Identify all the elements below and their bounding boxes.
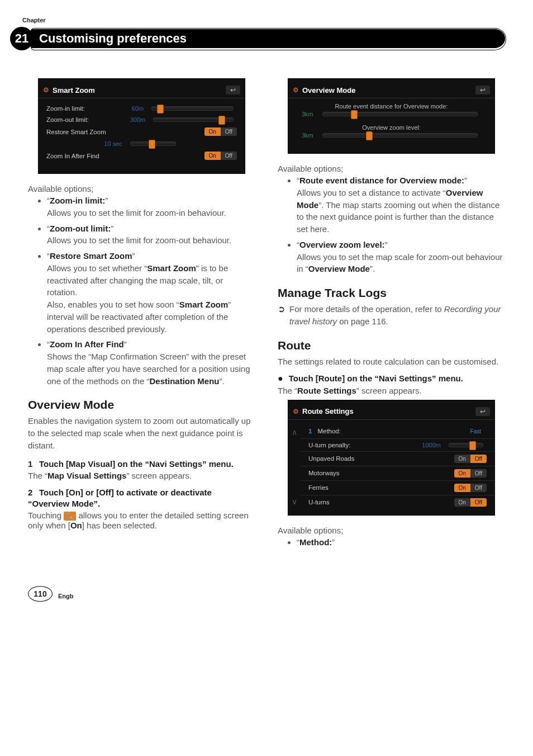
- after-find-toggle[interactable]: On Off: [204, 152, 237, 160]
- toggle-off[interactable]: Off: [470, 484, 487, 492]
- route-step-text: Touch [Route] on the “Navi Settings” men…: [289, 373, 463, 384]
- after-find-desc-bold: Destination Menu: [149, 376, 219, 386]
- bullet-dot-icon: ●: [278, 373, 283, 384]
- after-find-label: Zoom In After Find: [46, 153, 200, 159]
- zoom-out-term: Zoom-out limit:: [50, 224, 111, 233]
- route-row[interactable]: U-turnsOnOff: [301, 495, 494, 509]
- restore-desc-b: Also, enables you to set how soon “: [47, 300, 179, 309]
- restore-on[interactable]: On: [204, 127, 221, 136]
- route-row-label: Unpaved Roads: [308, 455, 450, 462]
- zoom-out-slider[interactable]: [153, 117, 234, 122]
- route-step: ● Touch [Route] on the “Navi Settings” m…: [278, 373, 505, 384]
- back-icon[interactable]: ↩: [475, 407, 490, 416]
- chevron-up-icon: ∧: [292, 428, 297, 437]
- after-find-row[interactable]: Zoom In After Find On Off: [39, 149, 245, 162]
- toggle-on[interactable]: On: [454, 469, 470, 478]
- step-2-body: Touching 🔧 allows you to enter the detai…: [28, 511, 255, 530]
- toggle-off[interactable]: Off: [470, 498, 487, 507]
- overview-row2-slider[interactable]: [322, 133, 478, 138]
- xref-arrow-icon: ➲: [278, 303, 285, 328]
- restore-desc-a: Allows you to set whether “: [47, 263, 147, 273]
- restore-label: Restore Smart Zoom: [46, 129, 200, 135]
- restore-desc-a-bold: Smart Zoom: [147, 263, 196, 273]
- zoom-out-desc: Allows you to set the limit for zoom-out…: [47, 235, 231, 245]
- overview-mode-intro: Enables the navigation system to zoom ou…: [28, 415, 255, 451]
- route-row[interactable]: U-turn penalty:1000m: [301, 439, 494, 452]
- route-event-desc-b: ”. The map starts zooming out when the d…: [297, 200, 499, 234]
- overview-row1[interactable]: 3km: [288, 111, 494, 121]
- interval-row[interactable]: 10 sec: [39, 138, 245, 149]
- route-row-label: U-turn penalty:: [308, 442, 417, 448]
- list-item: “Zoom In After Find” Shows the “Map Conf…: [47, 338, 255, 387]
- toggle-on[interactable]: On: [454, 484, 470, 492]
- settings-icon: ⚙: [293, 408, 299, 415]
- route-step-result: The “Route Settings” screen appears.: [278, 386, 505, 395]
- step-2-text: Touch [On] or [Off] to activate or deact…: [28, 488, 212, 508]
- route-method-value[interactable]: Fast: [465, 427, 487, 436]
- zoom-out-value: 300m: [130, 116, 146, 123]
- after-find-on[interactable]: On: [204, 152, 221, 160]
- route-row-label: Ferries: [308, 484, 450, 491]
- after-find-desc-end: ”.: [219, 376, 224, 386]
- back-icon[interactable]: ↩: [475, 86, 490, 94]
- route-heading: Route: [278, 339, 505, 352]
- route-event-desc-a: Allows you to set a distance to activate…: [297, 188, 446, 197]
- back-icon[interactable]: ↩: [226, 86, 240, 94]
- interval-slider[interactable]: [130, 141, 176, 146]
- page-title: Customising preferences: [39, 29, 187, 48]
- list-item: “Method:”: [297, 536, 505, 549]
- restore-off[interactable]: Off: [221, 127, 237, 136]
- route-row-toggle[interactable]: OnOff: [454, 498, 487, 507]
- overview-row1-slider[interactable]: [322, 112, 478, 116]
- overview-zoom-desc-b: ”.: [370, 264, 375, 273]
- toggle-off[interactable]: Off: [470, 455, 487, 463]
- route-row[interactable]: MotorwaysOnOff: [301, 466, 494, 481]
- available-options-right: Available options;: [278, 164, 505, 173]
- zoom-in-slider[interactable]: [151, 106, 234, 111]
- restore-toggle[interactable]: On Off: [204, 127, 237, 136]
- zoom-in-desc: Allows you to set the limit for zoom-in …: [47, 208, 226, 218]
- after-find-off[interactable]: Off: [221, 152, 237, 160]
- step-1-result: The “Map Visual Settings” screen appears…: [28, 471, 255, 480]
- toggle-on[interactable]: On: [454, 498, 470, 507]
- overview-shot-title: Overview Mode: [302, 86, 355, 94]
- settings-icon: ⚙: [293, 86, 299, 94]
- toggle-off[interactable]: Off: [470, 469, 487, 478]
- overview-mode-heading: Overview Mode: [28, 398, 255, 412]
- language-code: Engb: [58, 593, 74, 599]
- route-row[interactable]: Unpaved RoadsOnOff: [301, 452, 494, 466]
- zoom-out-label: Zoom-out limit:: [46, 116, 126, 123]
- overview-option-list: “Route event distance for Overview mode:…: [278, 174, 505, 275]
- route-index-badge: 1: [308, 428, 312, 434]
- route-penalty-slider[interactable]: [449, 443, 483, 447]
- restore-desc-b-bold: Smart Zoom: [179, 300, 229, 309]
- zoom-in-value: 60m: [132, 105, 144, 112]
- list-item: “Route event distance for Overview mode:…: [297, 174, 505, 235]
- route-settings-screenshot: ⚙ Route Settings ↩ ∧ ∨ 1Method:FastU-tur…: [288, 400, 495, 516]
- route-row-toggle[interactable]: OnOff: [454, 455, 487, 463]
- step-1-text: Touch [Map Visual] on the “Navi Settings…: [39, 459, 234, 469]
- overview-zoom-term: Overview zoom level:: [299, 240, 385, 249]
- overview-row2[interactable]: 3km: [288, 132, 494, 142]
- zoom-out-row[interactable]: Zoom-out limit: 300m: [39, 114, 245, 125]
- restore-row[interactable]: Restore Smart Zoom On Off: [39, 125, 245, 138]
- overview-row2-value: 3km: [302, 132, 313, 139]
- route-row[interactable]: 1Method:Fast: [301, 424, 494, 439]
- route-row-toggle[interactable]: OnOff: [454, 469, 487, 478]
- chapter-label: Chapter: [22, 17, 46, 23]
- route-row-toggle[interactable]: OnOff: [454, 484, 487, 492]
- route-event-term: Route event distance for Overview mode:: [299, 176, 464, 185]
- toggle-on[interactable]: On: [454, 455, 470, 463]
- zoom-in-term: Zoom-in limit:: [50, 196, 105, 205]
- smart-zoom-title: Smart Zoom: [53, 86, 95, 94]
- zoom-in-label: Zoom-in limit:: [46, 105, 127, 112]
- overview-row1-value: 3km: [302, 111, 313, 117]
- zoom-in-row[interactable]: Zoom-in limit: 60m: [39, 103, 245, 114]
- route-row[interactable]: FerriesOnOff: [301, 481, 494, 495]
- interval-value: 10 sec: [104, 140, 122, 147]
- route-scroll-indicator[interactable]: ∧ ∨: [288, 424, 301, 509]
- route-row-label: Method:: [317, 428, 460, 434]
- overview-mode-screenshot: ⚙ Overview Mode ↩ Route event distance f…: [288, 78, 495, 154]
- route-shot-title: Route Settings: [302, 407, 354, 415]
- route-row-label: Motorways: [308, 470, 450, 476]
